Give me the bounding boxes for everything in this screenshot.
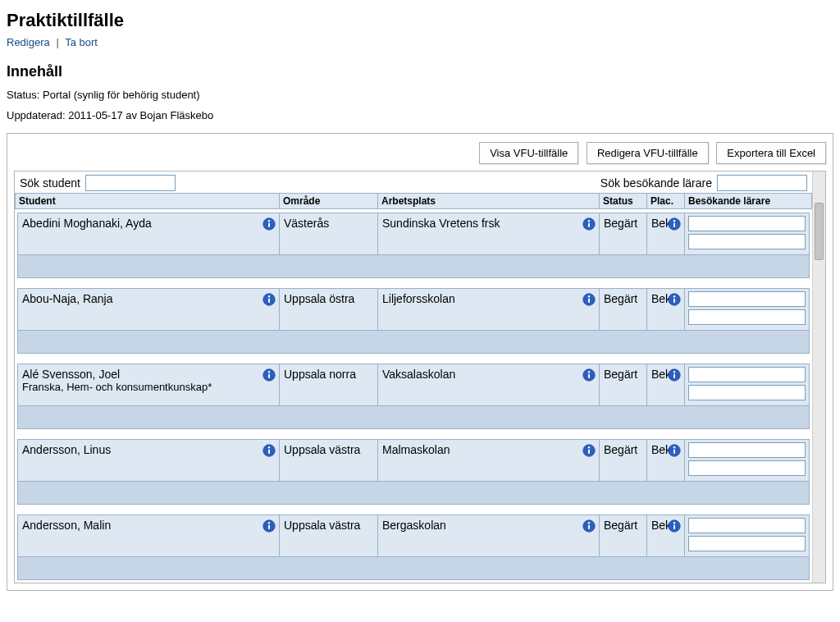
show-vfu-button[interactable]: Visa VFU-tillfälle xyxy=(479,142,578,164)
student-name: Abou-Naja, Ranja xyxy=(22,292,259,305)
col-header-arbetsplats[interactable]: Arbetsplats xyxy=(377,194,599,209)
info-icon[interactable] xyxy=(262,217,276,231)
info-icon[interactable] xyxy=(668,293,681,306)
info-icon[interactable] xyxy=(262,519,276,533)
svg-point-17 xyxy=(673,295,675,297)
visiting-teacher-input-1[interactable] xyxy=(688,518,806,533)
info-icon[interactable] xyxy=(262,293,276,306)
cell-status: Begärt xyxy=(600,364,647,405)
info-icon[interactable] xyxy=(582,293,596,306)
cell-arbetsplats: Sundinska Vretens frsk xyxy=(378,213,600,254)
cell-teacher xyxy=(685,515,809,556)
svg-rect-4 xyxy=(588,223,590,228)
row-footer xyxy=(17,331,810,354)
svg-point-38 xyxy=(268,522,270,524)
visiting-teacher-input-2[interactable] xyxy=(688,234,806,249)
col-header-teacher[interactable]: Besökande lärare xyxy=(684,194,812,209)
toolbar: Visa VFU-tillfälle Redigera VFU-tillfäll… xyxy=(14,140,826,171)
info-icon[interactable] xyxy=(582,519,596,533)
cell-student: Andersson, Linus xyxy=(18,440,280,481)
visiting-teacher-input-1[interactable] xyxy=(688,291,806,307)
svg-rect-25 xyxy=(673,374,675,379)
svg-rect-1 xyxy=(268,223,270,228)
cell-omrade: Uppsala östra xyxy=(280,289,378,330)
main-panel: Visa VFU-tillfälle Redigera VFU-tillfäll… xyxy=(7,133,833,591)
col-header-plac[interactable]: Plac. xyxy=(646,194,684,209)
cell-teacher xyxy=(685,213,809,254)
table-row: Alé Svensson, JoelFranska, Hem- och kons… xyxy=(17,364,810,429)
col-header-status[interactable]: Status xyxy=(599,194,646,209)
updated-line: Uppdaterad: 2011-05-17 av Bojan Fläskebo xyxy=(7,109,833,121)
cell-omrade: Västerås xyxy=(280,213,378,254)
search-row: Sök student Sök besökande lärare xyxy=(15,172,812,193)
visiting-teacher-input-2[interactable] xyxy=(688,460,806,476)
info-icon[interactable] xyxy=(668,519,681,533)
cell-plac: Bekr. xyxy=(647,440,685,481)
visiting-teacher-input-2[interactable] xyxy=(688,309,806,325)
cell-status: Begärt xyxy=(600,213,647,254)
info-icon[interactable] xyxy=(262,444,276,457)
svg-point-41 xyxy=(588,522,590,524)
scrollbar-thumb[interactable] xyxy=(815,203,824,260)
col-header-omrade[interactable]: Område xyxy=(279,194,377,209)
svg-point-23 xyxy=(588,371,590,373)
svg-rect-31 xyxy=(588,450,590,455)
row-footer xyxy=(17,406,810,429)
cell-omrade: Uppsala norra xyxy=(280,364,378,405)
vertical-scrollbar[interactable] xyxy=(812,172,825,583)
info-icon[interactable] xyxy=(262,368,276,382)
info-icon[interactable] xyxy=(668,217,681,231)
search-student-label: Sök student xyxy=(20,176,80,190)
cell-student: Andersson, Malin xyxy=(18,515,280,556)
svg-rect-37 xyxy=(268,525,270,530)
visiting-teacher-input-2[interactable] xyxy=(688,385,806,400)
visiting-teacher-input-1[interactable] xyxy=(688,442,806,458)
svg-rect-28 xyxy=(268,450,270,455)
student-name: Andersson, Malin xyxy=(22,519,259,532)
edit-link[interactable]: Redigera xyxy=(7,36,50,48)
row-footer xyxy=(17,255,810,278)
row-footer xyxy=(17,482,810,505)
svg-rect-34 xyxy=(673,450,675,455)
table-row: Andersson, MalinUppsala västraBergaskola… xyxy=(17,515,810,580)
export-excel-button[interactable]: Exportera till Excel xyxy=(716,142,826,164)
svg-rect-7 xyxy=(673,223,675,228)
edit-vfu-button[interactable]: Redigera VFU-tillfälle xyxy=(587,142,709,164)
svg-rect-19 xyxy=(268,374,270,379)
search-student-input[interactable] xyxy=(85,175,176,191)
cell-plac: Bekr. xyxy=(647,515,685,556)
cell-student: Abou-Naja, Ranja xyxy=(18,289,280,330)
col-header-student[interactable]: Student xyxy=(15,194,279,209)
delete-link[interactable]: Ta bort xyxy=(65,36,98,48)
cell-arbetsplats: Liljeforsskolan xyxy=(378,289,600,330)
status-line: Status: Portal (synlig för behörig stude… xyxy=(7,89,833,101)
student-name: Abedini Moghanaki, Ayda xyxy=(22,217,259,230)
svg-rect-10 xyxy=(268,299,270,304)
info-icon[interactable] xyxy=(582,368,596,382)
info-icon[interactable] xyxy=(668,368,681,382)
visiting-teacher-input-1[interactable] xyxy=(688,367,806,382)
info-icon[interactable] xyxy=(582,444,596,457)
visiting-teacher-input-2[interactable] xyxy=(688,536,806,551)
visiting-teacher-input-1[interactable] xyxy=(688,216,806,231)
cell-arbetsplats: Bergaskolan xyxy=(378,515,600,556)
table-row: Andersson, LinusUppsala västraMalmaskola… xyxy=(17,439,810,505)
separator: | xyxy=(56,36,58,48)
svg-point-14 xyxy=(588,295,590,297)
search-teacher-input[interactable] xyxy=(717,175,807,191)
arbetsplats-text: Sundinska Vretens frsk xyxy=(382,217,500,230)
section-heading: Innehåll xyxy=(7,63,833,80)
info-icon[interactable] xyxy=(668,444,681,457)
info-icon[interactable] xyxy=(582,217,596,231)
svg-point-26 xyxy=(673,371,675,373)
cell-teacher xyxy=(685,440,809,481)
cell-plac: Bekr. xyxy=(647,364,685,405)
svg-point-5 xyxy=(588,220,590,222)
cell-plac: Bekr. xyxy=(647,289,685,330)
svg-point-29 xyxy=(268,446,270,448)
cell-student: Abedini Moghanaki, Ayda xyxy=(18,213,280,254)
arbetsplats-text: Bergaskolan xyxy=(382,519,446,532)
row-footer xyxy=(17,557,810,580)
page-actions: Redigera | Ta bort xyxy=(7,36,833,48)
cell-omrade: Uppsala västra xyxy=(280,440,378,481)
